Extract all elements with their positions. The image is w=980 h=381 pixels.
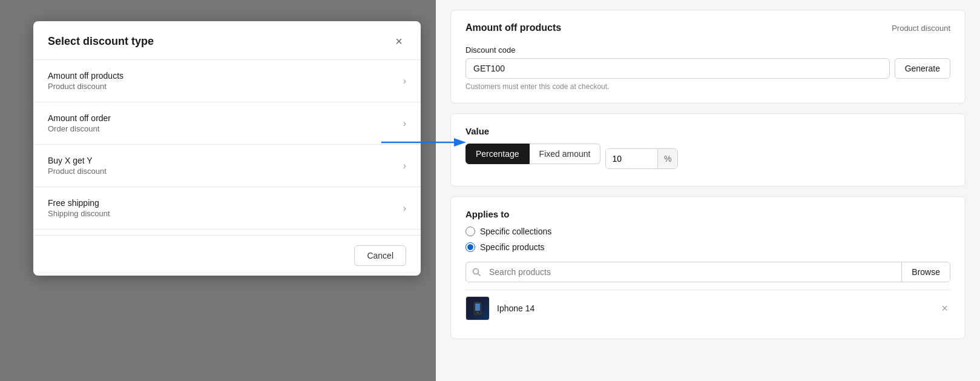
- item-subtitle-2: Order discount: [48, 124, 111, 133]
- radio-specific-collections[interactable]: Specific collections: [465, 227, 950, 236]
- radio-collections-input[interactable]: [465, 227, 475, 236]
- chevron-icon-1: ›: [403, 76, 406, 87]
- chevron-icon-3: ›: [403, 161, 406, 171]
- search-products-input[interactable]: [487, 262, 901, 282]
- cancel-button[interactable]: Cancel: [354, 245, 406, 266]
- value-controls-row: Percentage Fixed amount %: [465, 144, 950, 174]
- modal-body: Amount off products Product discount › A…: [33, 60, 421, 235]
- value-section-title: Value: [465, 126, 950, 136]
- value-unit: %: [657, 149, 677, 168]
- discount-code-section: Discount code Generate Customers must en…: [465, 45, 950, 91]
- value-toggle-group: Percentage Fixed amount: [465, 144, 600, 164]
- chevron-icon-2: ›: [403, 118, 406, 129]
- applies-to-card: Applies to Specific collections Specific…: [450, 196, 965, 339]
- left-overlay: Select discount type × Amount off produc…: [0, 0, 436, 381]
- product-item: Iphone 14 ×: [465, 290, 950, 326]
- browse-button[interactable]: Browse: [901, 262, 950, 282]
- product-name: Iphone 14: [497, 303, 932, 313]
- modal-title: Select discount type: [48, 35, 154, 48]
- select-discount-modal: Select discount type × Amount off produc…: [33, 21, 421, 276]
- value-input[interactable]: [606, 149, 657, 168]
- item-title-4: Free shipping: [48, 198, 110, 208]
- item-subtitle-3: Product discount: [48, 167, 107, 176]
- panel-title: Amount off products: [465, 22, 561, 33]
- menu-item-buy-x-get-y[interactable]: Buy X get Y Product discount ›: [33, 145, 421, 187]
- modal-header: Select discount type ×: [33, 21, 421, 60]
- discount-code-input-row: Generate: [465, 58, 950, 79]
- radio-specific-products[interactable]: Specific products: [465, 242, 950, 252]
- product-remove-button[interactable]: ×: [939, 301, 950, 316]
- modal-footer: Cancel: [33, 235, 421, 276]
- discount-code-input[interactable]: [465, 58, 890, 79]
- radio-collections-label: Specific collections: [480, 227, 551, 236]
- menu-item-amount-off-order[interactable]: Amount off order Order discount ›: [33, 102, 421, 145]
- svg-marker-1: [454, 138, 466, 147]
- item-title-2: Amount off order: [48, 113, 111, 123]
- chevron-icon-4: ›: [403, 203, 406, 214]
- right-panel: Amount off products Product discount Dis…: [436, 0, 980, 381]
- applies-radio-group: Specific collections Specific products: [465, 227, 950, 252]
- radio-products-label: Specific products: [480, 242, 545, 252]
- menu-item-free-shipping[interactable]: Free shipping Shipping discount ›: [33, 187, 421, 230]
- discount-panel-card: Amount off products Product discount Dis…: [450, 10, 965, 104]
- product-thumbnail: [465, 296, 490, 320]
- applies-to-title: Applies to: [465, 209, 950, 219]
- svg-point-6: [477, 312, 478, 313]
- svg-rect-5: [475, 303, 480, 311]
- radio-products-input[interactable]: [465, 242, 475, 252]
- panel-card-header: Amount off products Product discount: [465, 22, 950, 33]
- search-wrap: Browse: [465, 262, 950, 282]
- search-icon: [466, 262, 487, 282]
- menu-item-amount-off-products[interactable]: Amount off products Product discount ›: [33, 60, 421, 102]
- item-subtitle-1: Product discount: [48, 82, 123, 91]
- discount-code-label: Discount code: [465, 45, 950, 55]
- value-card: Value Percentage Fixed amount %: [450, 113, 965, 187]
- fixed-amount-toggle-button[interactable]: Fixed amount: [530, 144, 601, 164]
- discount-code-helper: Customers must enter this code at checko…: [465, 82, 950, 91]
- item-subtitle-4: Shipping discount: [48, 209, 110, 218]
- percentage-toggle-button[interactable]: Percentage: [465, 144, 530, 164]
- item-title-1: Amount off products: [48, 71, 123, 81]
- item-title-3: Buy X get Y: [48, 156, 107, 165]
- svg-line-3: [478, 274, 481, 276]
- arrow-indicator: [381, 133, 466, 151]
- value-input-wrapper: %: [605, 148, 678, 169]
- generate-button[interactable]: Generate: [895, 58, 950, 79]
- panel-badge: Product discount: [892, 24, 950, 33]
- modal-close-button[interactable]: ×: [392, 33, 406, 50]
